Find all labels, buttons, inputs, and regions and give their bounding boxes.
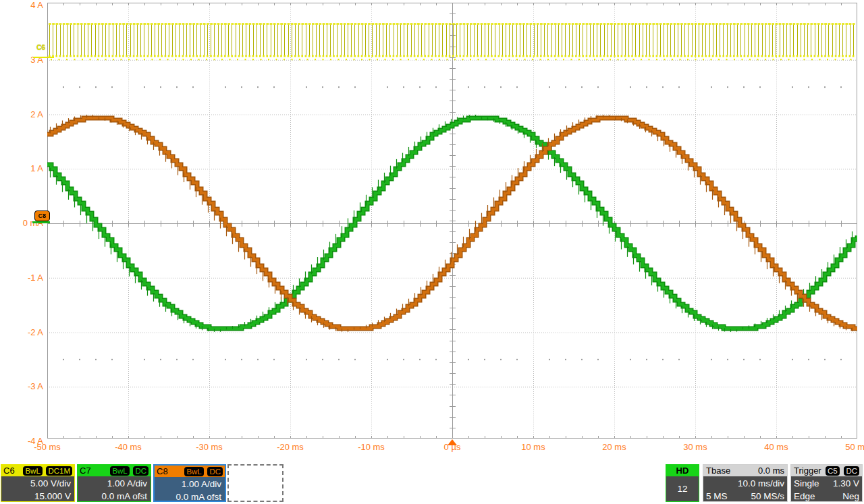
channel-scale: 5.00 V/div [5, 477, 71, 490]
channel-header: C7 BwL DC [78, 465, 151, 476]
x-tick-label: -50 ms [23, 442, 72, 452]
empty-channel-slot[interactable] [227, 464, 284, 502]
timebase-box[interactable]: Tbase 0.0 ms 10.0 ms/div 5 MS 50 MS/s [703, 464, 788, 502]
trigger-source-badge: C5 [826, 466, 840, 476]
timebase-delay: 0.0 ms [758, 466, 784, 476]
x-tick-label: -10 ms [347, 442, 396, 452]
x-tick-label: 50 ms [833, 442, 864, 452]
hd-label: HD [666, 465, 699, 476]
channel-settings: 1.00 A/div 0.0 mA ofst [155, 477, 225, 503]
y-tick-label: -1 A [0, 273, 43, 283]
y-tick-label: 4 A [0, 0, 43, 10]
y-tick-label: 1 A [0, 163, 43, 173]
coupling-badge: DC1M [46, 466, 72, 476]
trigger-slope: Neg [842, 490, 859, 503]
oscilloscope-screen: 4 A3 A2 A1 A0 mA-1 A-2 A-3 A-4 A -50 ms-… [0, 0, 864, 504]
channel-offset: 15.000 V [5, 490, 71, 503]
hd-bits: 12 Bits [666, 476, 699, 504]
channel-scale: 1.00 A/div [81, 477, 147, 490]
timebase-rate: 50 MS/s [751, 490, 784, 503]
channel-descriptor-c8[interactable]: C8 BwL DC 1.00 A/div 0.0 mA ofst [153, 464, 226, 502]
channel-settings: 1.00 A/div 0.0 mA ofst [78, 476, 151, 503]
trigger-coupling-badge: DC [844, 466, 859, 476]
x-tick-label: 30 ms [671, 442, 720, 452]
trigger-title: Trigger [794, 466, 821, 476]
x-tick-label: -20 ms [266, 442, 315, 452]
trigger-level: 1.30 V [833, 477, 859, 490]
channel-scale: 1.00 A/div [158, 478, 221, 491]
x-tick-label: 10 ms [509, 442, 558, 452]
trigger-mode: Single [794, 477, 819, 490]
channel-header: C8 BwL DC [155, 466, 225, 477]
bandwidth-limit-badge: BwL [110, 466, 129, 476]
x-tick-label: 40 ms [752, 442, 801, 452]
y-tick-label: -3 A [0, 381, 43, 391]
bandwidth-limit-badge: BwL [184, 467, 203, 476]
c6-zero-line [33, 57, 54, 58]
c7-zero-line [32, 221, 50, 223]
x-tick-label: 20 ms [590, 442, 639, 452]
x-tick-label: -30 ms [185, 442, 234, 452]
coupling-badge: DC [133, 466, 148, 476]
channel-id: C6 [3, 466, 15, 476]
trigger-box[interactable]: Trigger C5 DC Single 1.30 V Edge Neg [790, 464, 863, 502]
c6-zero-marker[interactable]: C6 [36, 44, 45, 51]
timebase-scale: 10.0 ms/div [706, 477, 784, 490]
c8-zero-marker[interactable]: C8 [34, 211, 50, 221]
coupling-badge: DC [207, 467, 223, 476]
channel-settings: 5.00 V/div 15.000 V [1, 476, 74, 503]
channel-id: C8 [157, 466, 168, 476]
channel-descriptor-c7[interactable]: C7 BwL DC 1.00 A/div 0.0 mA ofst [77, 464, 151, 502]
channel-descriptor-c6[interactable]: C6 BwL DC1M 5.00 V/div 15.000 V [1, 464, 75, 502]
channel-offset: 0.0 mA ofst [81, 490, 147, 503]
channel-offset: 0.0 mA ofst [158, 491, 221, 503]
timebase-samples: 5 MS [706, 490, 728, 503]
timebase-title: Tbase [706, 466, 730, 476]
trigger-time-marker[interactable] [448, 439, 457, 445]
trigger-type: Edge [794, 490, 815, 503]
y-tick-label: 2 A [0, 109, 43, 119]
channel-id: C7 [80, 466, 91, 476]
waveform-grid[interactable] [47, 3, 857, 439]
channel-header: C6 BwL DC1M [1, 465, 74, 476]
hd-mode-box[interactable]: HD 12 Bits [666, 464, 699, 502]
y-tick-label: -2 A [0, 327, 43, 337]
y-tick-label: 3 A [0, 55, 43, 65]
x-tick-label: -40 ms [104, 442, 153, 452]
bandwidth-limit-badge: BwL [23, 466, 42, 476]
